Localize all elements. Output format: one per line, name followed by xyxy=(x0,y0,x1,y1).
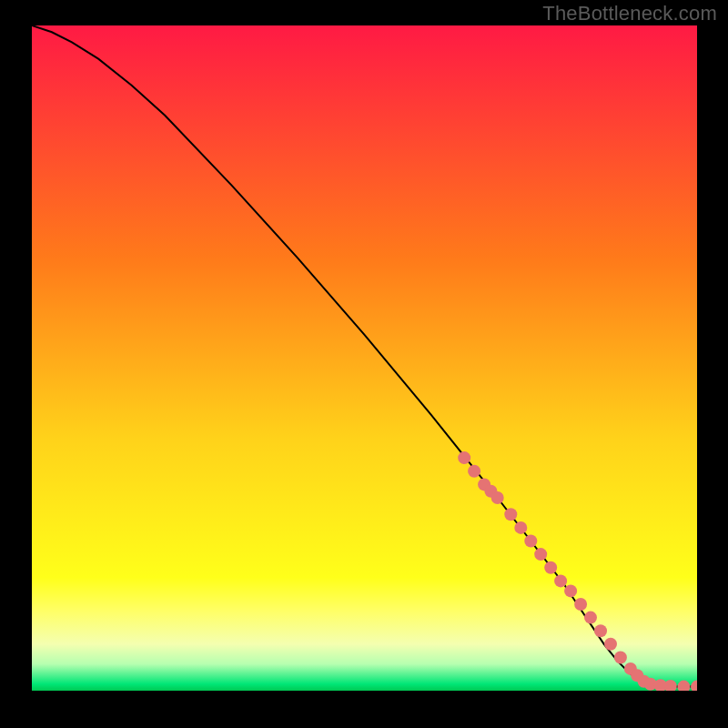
data-markers xyxy=(458,451,697,691)
data-marker xyxy=(574,598,587,611)
data-marker xyxy=(691,681,697,691)
data-marker xyxy=(594,624,607,637)
data-marker xyxy=(544,561,557,574)
data-marker xyxy=(604,638,617,651)
data-marker xyxy=(614,652,627,664)
data-marker xyxy=(664,680,677,691)
plot-area xyxy=(32,25,697,691)
data-marker xyxy=(504,508,517,521)
data-marker xyxy=(584,612,597,624)
data-marker xyxy=(677,681,690,691)
markers-layer xyxy=(32,25,697,691)
data-marker xyxy=(468,465,480,478)
chart-stage: TheBottleneck.com xyxy=(0,0,728,728)
data-marker xyxy=(458,451,470,464)
data-marker xyxy=(534,548,547,561)
data-marker xyxy=(564,584,577,597)
data-marker xyxy=(491,491,504,504)
data-marker xyxy=(514,521,527,534)
data-marker xyxy=(524,535,537,548)
data-marker xyxy=(554,574,567,587)
watermark-text: TheBottleneck.com xyxy=(542,2,717,25)
